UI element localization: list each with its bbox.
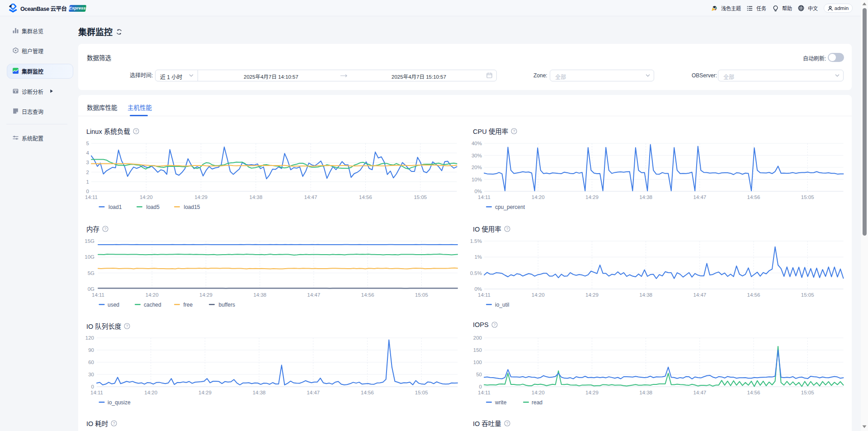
svg-text:14:11: 14:11 <box>85 194 98 200</box>
svg-text:15:05: 15:05 <box>801 390 814 395</box>
svg-text:1%: 1% <box>474 254 482 260</box>
svg-text:14:47: 14:47 <box>693 390 706 395</box>
svg-text:14:47: 14:47 <box>304 194 317 200</box>
svg-text:1.5%: 1.5% <box>470 238 482 244</box>
svg-text:1: 1 <box>86 179 89 185</box>
svg-text:14:56: 14:56 <box>747 390 760 395</box>
svg-text:14:29: 14:29 <box>194 194 208 200</box>
svg-text:write: write <box>495 399 507 406</box>
svg-text:14:47: 14:47 <box>307 390 320 395</box>
svg-text:?: ? <box>493 322 495 327</box>
svg-text:14:38: 14:38 <box>639 390 652 395</box>
svg-text:15G: 15G <box>85 238 94 244</box>
svg-text:15:05: 15:05 <box>415 390 428 395</box>
svg-text:?: ? <box>135 129 137 133</box>
svg-text:14:56: 14:56 <box>361 390 374 395</box>
svg-text:90: 90 <box>88 347 94 353</box>
svg-text:14:38: 14:38 <box>253 292 266 298</box>
svg-text:?: ? <box>126 324 128 328</box>
svg-text:14:11: 14:11 <box>92 292 104 298</box>
svg-text:?: ? <box>506 227 508 231</box>
svg-text:io_qusize: io_qusize <box>108 399 131 406</box>
svg-text:14:38: 14:38 <box>639 292 652 298</box>
svg-text:14:47: 14:47 <box>307 292 321 298</box>
svg-text:14:20: 14:20 <box>532 390 545 395</box>
svg-text:used: used <box>108 302 119 308</box>
svg-text:14:20: 14:20 <box>140 194 153 200</box>
svg-text:14:11: 14:11 <box>478 390 491 395</box>
svg-text:read: read <box>532 399 542 406</box>
svg-text:io_util: io_util <box>495 302 509 308</box>
svg-text:load15: load15 <box>184 204 200 210</box>
svg-text:15:05: 15:05 <box>414 194 427 200</box>
svg-text:?: ? <box>513 129 515 133</box>
svg-text:14:11: 14:11 <box>90 390 103 395</box>
svg-text:14:29: 14:29 <box>198 390 212 395</box>
svg-text:2: 2 <box>86 170 89 175</box>
svg-text:0G: 0G <box>88 286 94 292</box>
svg-text:?: ? <box>104 227 106 231</box>
svg-text:0%: 0% <box>474 189 482 194</box>
svg-text:14:38: 14:38 <box>639 194 652 200</box>
svg-text:100: 100 <box>473 360 482 365</box>
svg-text:120: 120 <box>85 335 94 341</box>
svg-text:15:05: 15:05 <box>801 292 814 298</box>
svg-text:?: ? <box>506 421 508 426</box>
svg-text:14:29: 14:29 <box>585 390 599 395</box>
svg-text:buffers: buffers <box>219 302 235 308</box>
svg-text:0.5%: 0.5% <box>470 270 482 276</box>
svg-text:30%: 30% <box>472 153 482 158</box>
svg-text:load5: load5 <box>146 204 160 210</box>
svg-text:14:20: 14:20 <box>532 292 545 298</box>
svg-text:60: 60 <box>88 360 94 365</box>
svg-text:14:11: 14:11 <box>478 194 491 200</box>
svg-text:cached: cached <box>144 302 161 308</box>
svg-text:14:47: 14:47 <box>693 194 706 200</box>
svg-text:14:56: 14:56 <box>747 292 760 298</box>
svg-text:15:05: 15:05 <box>415 292 428 298</box>
svg-text:14:47: 14:47 <box>693 292 706 298</box>
svg-text:10G: 10G <box>85 254 94 260</box>
svg-text:?: ? <box>113 421 115 426</box>
svg-text:14:20: 14:20 <box>144 390 157 395</box>
svg-text:0: 0 <box>86 189 89 194</box>
svg-text:14:56: 14:56 <box>359 194 372 200</box>
svg-text:0: 0 <box>479 384 482 389</box>
svg-text:14:56: 14:56 <box>747 194 760 200</box>
svg-text:load1: load1 <box>108 204 122 210</box>
svg-text:14:20: 14:20 <box>532 194 545 200</box>
svg-text:14:29: 14:29 <box>585 194 599 200</box>
svg-text:15:05: 15:05 <box>801 194 814 200</box>
svg-text:5: 5 <box>86 141 89 146</box>
svg-text:10%: 10% <box>472 177 482 182</box>
svg-text:0%: 0% <box>474 286 482 292</box>
svg-text:3: 3 <box>86 160 89 165</box>
svg-text:14:20: 14:20 <box>146 292 159 298</box>
svg-text:150: 150 <box>473 347 482 353</box>
svg-text:cpu_percent: cpu_percent <box>495 204 525 210</box>
svg-text:4: 4 <box>86 150 90 156</box>
svg-text:14:11: 14:11 <box>478 292 491 298</box>
svg-text:30: 30 <box>88 372 94 377</box>
svg-text:40%: 40% <box>472 141 482 146</box>
svg-text:14:38: 14:38 <box>253 390 266 395</box>
svg-text:200: 200 <box>473 335 482 341</box>
svg-text:14:38: 14:38 <box>250 194 263 200</box>
svg-text:free: free <box>184 302 193 308</box>
svg-text:14:29: 14:29 <box>199 292 212 298</box>
svg-text:5G: 5G <box>88 270 94 276</box>
svg-text:14:56: 14:56 <box>361 292 374 298</box>
svg-text:0: 0 <box>91 384 94 389</box>
svg-text:14:29: 14:29 <box>585 292 599 298</box>
svg-text:20%: 20% <box>472 165 482 170</box>
svg-text:50: 50 <box>476 372 482 377</box>
